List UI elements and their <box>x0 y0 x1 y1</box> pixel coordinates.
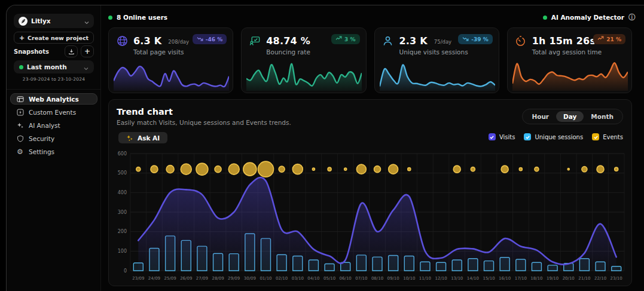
checkbox-checked-icon <box>489 133 496 140</box>
online-users-label: 8 Online users <box>117 14 167 21</box>
svg-text:14/10: 14/10 <box>467 276 479 281</box>
svg-text:11/10: 11/10 <box>419 276 431 281</box>
stat-cards-row: 6.3 K 208/day -46 % Total page visits 48… <box>108 27 632 93</box>
info-icon[interactable]: ⓘ <box>628 13 636 23</box>
plus-icon: + <box>84 47 90 56</box>
stat-label: Unique visits sessions <box>399 48 468 56</box>
add-snapshot-button[interactable]: + <box>81 45 94 57</box>
online-dot-icon <box>108 16 112 20</box>
project-name: Litlyx <box>31 17 81 24</box>
card-bouncing-rate: 48.74 % 3 % Bouncing rate <box>241 27 366 93</box>
stat-value: 1h 15m 26s <box>532 35 596 47</box>
svg-text:06/10: 06/10 <box>340 276 352 281</box>
legend-events[interactable]: Events <box>592 133 623 140</box>
svg-text:15/10: 15/10 <box>483 276 495 281</box>
online-users: 8 Online users <box>108 14 167 21</box>
ask-ai-button[interactable]: Ask AI <box>118 132 167 143</box>
presentation-icon <box>249 35 261 47</box>
sidebar-item-web-analytics[interactable]: Web Analytics <box>10 93 97 105</box>
sparkles-icon <box>16 122 24 129</box>
create-project-label: Create new project <box>28 35 88 41</box>
tab-hour[interactable]: Hour <box>524 111 556 122</box>
legend-unique-sessions[interactable]: Unique sessions <box>524 133 583 140</box>
lightning-square-icon <box>16 109 24 116</box>
badge-value: -39 % <box>471 36 488 42</box>
sparkline-bouncing-rate <box>246 59 362 91</box>
legend-label: Events <box>603 134 623 140</box>
ai-sparkle-icon <box>126 134 133 142</box>
svg-text:01/10: 01/10 <box>260 276 271 281</box>
card-total-avg-session-time: 1h 15m 26s 21 % Total avg session time <box>507 27 632 93</box>
svg-text:27/09: 27/09 <box>196 276 208 281</box>
trend-chart[interactable]: 010020030040050060023/0924/0925/0926/092… <box>114 149 628 284</box>
sidebar-item-label: Settings <box>29 148 54 155</box>
svg-text:21/10: 21/10 <box>578 276 590 281</box>
sidebar-item-settings[interactable]: ⚙ Settings <box>10 146 97 157</box>
chevron-down-icon <box>84 16 89 27</box>
svg-text:22/10: 22/10 <box>594 276 606 281</box>
svg-text:500: 500 <box>118 170 127 176</box>
snapshot-select[interactable]: Last month <box>14 60 94 73</box>
sparkline-visits <box>114 59 229 91</box>
sidebar: Litlyx + Create new project Snapshots + … <box>7 5 101 291</box>
stat-label: Bouncing rate <box>266 48 310 56</box>
sidebar-item-ai-analyst[interactable]: AI Analyst <box>10 120 97 131</box>
svg-text:25/09: 25/09 <box>164 276 176 281</box>
stat-per-day: 208/day <box>168 36 189 45</box>
svg-text:30/09: 30/09 <box>244 276 256 281</box>
sidebar-item-security[interactable]: Security <box>10 133 97 144</box>
badge-value: 21 % <box>606 36 621 42</box>
stat-value: 2.3 K <box>399 35 428 47</box>
gear-icon: ⚙ <box>16 148 24 155</box>
browser-window-icon <box>16 96 24 103</box>
sidebar-menu: Web Analytics Custom Events AI Analyst S… <box>10 93 97 159</box>
trend-down-icon <box>462 36 469 42</box>
globe-icon <box>116 35 128 47</box>
main-content: 8 Online users AI Anomaly Detector ⓘ 6.3… <box>108 5 632 291</box>
svg-text:23/10: 23/10 <box>611 276 622 281</box>
svg-text:02/10: 02/10 <box>276 276 288 281</box>
card-unique-visits-sessions: 2.3 K 75/day -39 % Unique visits session… <box>374 27 499 93</box>
tab-day[interactable]: Day <box>556 111 584 122</box>
svg-text:100: 100 <box>118 249 127 254</box>
create-new-project-button[interactable]: + Create new project <box>14 32 94 44</box>
svg-text:20/10: 20/10 <box>563 276 575 281</box>
app-root: Litlyx + Create new project Snapshots + … <box>0 0 644 291</box>
trend-chart-title: Trend chart <box>117 107 173 117</box>
svg-text:17/10: 17/10 <box>515 276 527 281</box>
trend-chart-panel: Trend chart Easily match Visits, Unique … <box>108 99 632 286</box>
sidebar-item-label: Custom Events <box>29 109 76 116</box>
legend-label: Unique sessions <box>535 134 583 140</box>
trend-badge: 21 % <box>593 34 625 44</box>
trend-badge: 3 % <box>331 34 359 44</box>
snapshots-row: Snapshots + <box>14 45 94 58</box>
svg-text:24/09: 24/09 <box>148 276 160 281</box>
stat-label: Total page visits <box>133 48 184 56</box>
sidebar-item-custom-events[interactable]: Custom Events <box>10 106 97 118</box>
anomaly-dot-icon <box>543 16 547 20</box>
badge-value: -46 % <box>206 36 222 42</box>
chevron-down-icon <box>84 62 88 73</box>
svg-text:19/10: 19/10 <box>547 276 558 281</box>
svg-text:07/10: 07/10 <box>355 276 367 281</box>
checkbox-checked-icon <box>592 133 599 140</box>
ai-anomaly-detector: AI Anomaly Detector ⓘ <box>543 13 636 23</box>
sidebar-item-label: AI Analyst <box>29 122 60 129</box>
stat-value: 6.3 K <box>133 35 161 47</box>
project-selector[interactable]: Litlyx <box>14 14 94 28</box>
chart-legend: Visits Unique sessions Events <box>489 133 623 140</box>
legend-visits[interactable]: Visits <box>489 133 515 140</box>
time-range-tabs: Hour Day Month <box>522 109 623 124</box>
trend-up-icon <box>597 36 604 42</box>
svg-text:18/10: 18/10 <box>530 276 542 281</box>
stat-label: Total avg session time <box>532 48 602 56</box>
sparkline-unique-sessions <box>380 59 495 91</box>
tab-month[interactable]: Month <box>584 111 621 122</box>
svg-text:400: 400 <box>118 190 127 195</box>
svg-text:12/10: 12/10 <box>435 276 447 281</box>
svg-text:05/10: 05/10 <box>323 276 335 281</box>
svg-text:28/09: 28/09 <box>212 276 224 281</box>
download-snapshot-button[interactable] <box>65 45 78 57</box>
trend-down-icon <box>197 36 203 42</box>
sparkline-session-time <box>512 59 628 91</box>
